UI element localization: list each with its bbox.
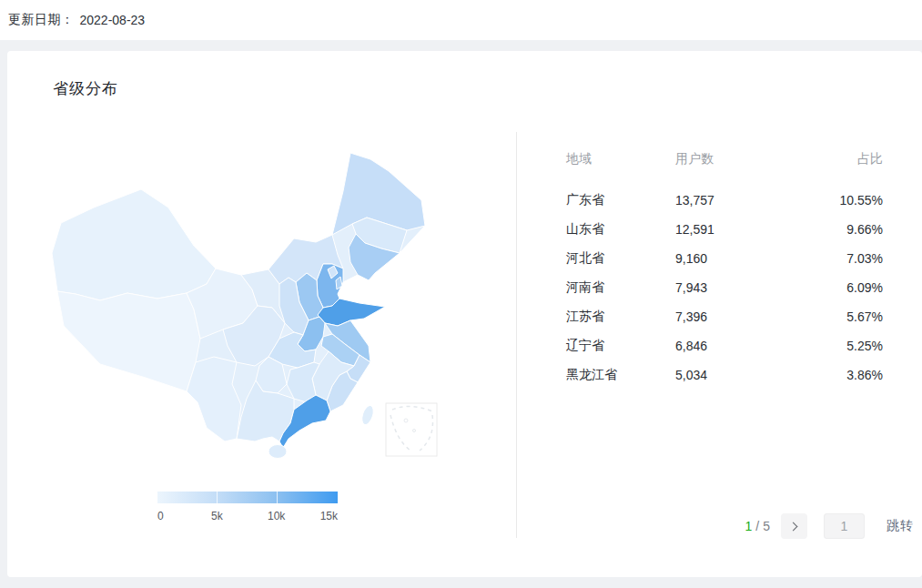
- province-xinjiang[interactable]: [52, 189, 216, 300]
- legend-ticks: 0 5k 10k 15k: [157, 510, 338, 526]
- region-cell: 河南省: [566, 279, 675, 296]
- users-cell: 13,757: [675, 193, 775, 208]
- page-status: 1 / 5: [745, 519, 770, 533]
- region-table: 地域 用户数 占比 广东省 13,757 10.55% 山东省 12,591 9…: [566, 148, 883, 390]
- table-row: 江苏省 7,396 5.67%: [566, 302, 883, 331]
- page-separator: /: [755, 519, 759, 533]
- table-row: 河南省 7,943 6.09%: [566, 273, 883, 302]
- china-map-svg[interactable]: [50, 127, 505, 492]
- jump-button[interactable]: 跳转: [887, 518, 914, 534]
- current-page: 1: [745, 519, 753, 533]
- region-cell: 辽宁省: [566, 338, 675, 354]
- province-tibet[interactable]: [57, 291, 200, 391]
- users-cell: 9,160: [675, 251, 775, 266]
- users-cell: 12,591: [675, 222, 775, 237]
- table-row: 辽宁省 6,846 5.25%: [566, 331, 883, 360]
- region-cell: 江苏省: [566, 309, 675, 325]
- pagination: 1 / 5 跳转: [745, 513, 914, 539]
- share-cell: 5.67%: [775, 309, 883, 324]
- share-cell: 5.25%: [775, 339, 883, 353]
- table-row: 广东省 13,757 10.55%: [566, 186, 883, 215]
- column-header-share: 占比: [775, 151, 883, 167]
- region-cell: 河北省: [566, 250, 675, 267]
- update-date-bar: 更新日期： 2022-08-23: [0, 0, 922, 40]
- table-row: 黑龙江省 5,034 3.86%: [566, 360, 883, 390]
- province-hainan[interactable]: [268, 445, 287, 459]
- users-cell: 7,943: [675, 280, 775, 295]
- vertical-divider: [516, 132, 517, 538]
- map-legend: 0 5k 10k 15k: [157, 492, 338, 526]
- share-cell: 9.66%: [775, 222, 883, 237]
- share-cell: 6.09%: [775, 280, 883, 295]
- china-choropleth-map[interactable]: [50, 127, 505, 492]
- users-cell: 5,034: [675, 368, 775, 382]
- page-jump-input[interactable]: [824, 513, 865, 539]
- update-date-label: 更新日期：: [8, 12, 75, 28]
- table-header-row: 地域 用户数 占比: [566, 148, 883, 170]
- total-pages: 5: [763, 519, 770, 533]
- region-cell: 黑龙江省: [566, 367, 675, 383]
- province-taiwan[interactable]: [360, 404, 375, 426]
- legend-tick: 5k: [211, 510, 223, 522]
- province-distribution-card: 省级分布: [7, 51, 922, 577]
- page-title: 省级分布: [53, 78, 118, 99]
- share-cell: 3.86%: [775, 368, 883, 382]
- column-header-region: 地域: [566, 151, 675, 167]
- legend-tick: 10k: [268, 510, 285, 522]
- province-yunnan[interactable]: [187, 357, 241, 441]
- users-cell: 7,396: [675, 309, 775, 324]
- legend-tick: 15k: [320, 510, 338, 522]
- chevron-right-icon: [789, 522, 798, 531]
- legend-gradient-bar: [157, 492, 338, 503]
- legend-tick: 0: [157, 510, 164, 522]
- table-row: 山东省 12,591 9.66%: [566, 215, 883, 244]
- region-table-body: 广东省 13,757 10.55% 山东省 12,591 9.66% 河北省 9…: [566, 186, 883, 390]
- users-cell: 6,846: [675, 339, 775, 353]
- share-cell: 10.55%: [775, 193, 883, 208]
- update-date-value: 2022-08-23: [80, 13, 146, 27]
- region-cell: 广东省: [566, 192, 675, 208]
- column-header-users: 用户数: [675, 151, 775, 167]
- region-cell: 山东省: [566, 221, 675, 238]
- table-row: 河北省 9,160 7.03%: [566, 244, 883, 273]
- next-page-button[interactable]: [781, 513, 807, 539]
- share-cell: 7.03%: [775, 251, 883, 266]
- south-china-sea-inset: [386, 403, 437, 456]
